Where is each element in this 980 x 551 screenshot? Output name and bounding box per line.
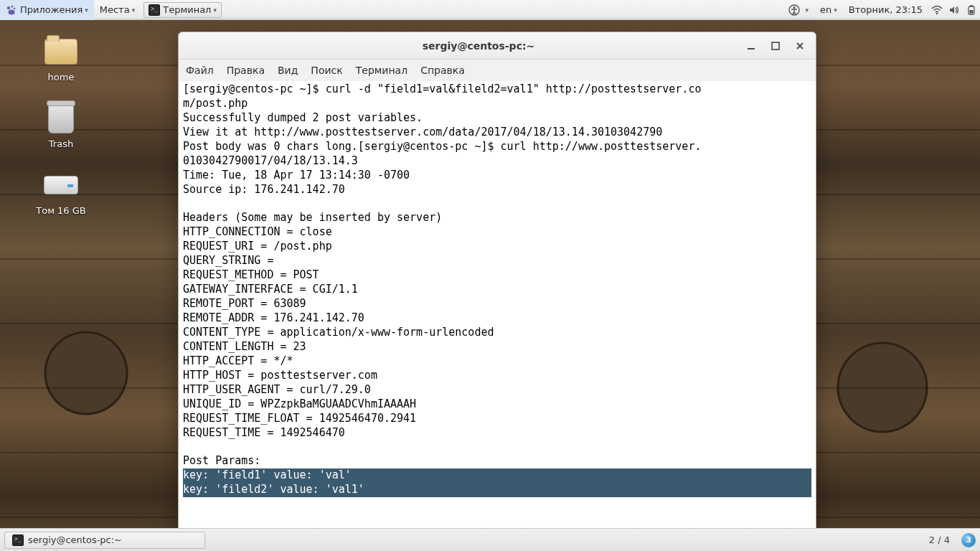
menu-help[interactable]: Справка — [420, 65, 465, 76]
workspace-badge[interactable]: 3 — [961, 533, 976, 547]
panel-window-button-terminal[interactable]: Терминал ▾ — [143, 2, 222, 18]
caret-down-icon: ▾ — [213, 6, 217, 14]
datetime-label: Вторник, 23:15 — [849, 4, 923, 15]
folder-icon — [44, 34, 78, 69]
battery-indicator[interactable] — [963, 0, 980, 20]
caret-down-icon: ▾ — [85, 6, 88, 14]
menu-search[interactable]: Поиск — [311, 65, 342, 76]
caret-down-icon: ▾ — [834, 6, 837, 14]
gnome-foot-icon — [6, 4, 17, 16]
taskbar-app-terminal[interactable]: sergiy@centos-pc:~ — [4, 532, 205, 549]
applications-menu[interactable]: Приложения ▾ — [0, 0, 94, 20]
accessibility-menu[interactable]: ▾ — [783, 0, 814, 20]
terminal-window: sergiy@centos-pc:~ Файл Правка Вид Поиск… — [178, 32, 816, 534]
accessibility-icon — [788, 4, 800, 16]
window-title: sergiy@centos-pc:~ — [222, 40, 735, 52]
close-button[interactable] — [794, 40, 806, 52]
top-panel: Приложения ▾ Места ▾ Терминал ▾ ▾ en ▾ В… — [0, 0, 980, 20]
menu-edit[interactable]: Правка — [227, 65, 265, 76]
workspace-indicator[interactable]: 2 / 4 — [929, 534, 950, 545]
svg-point-1 — [11, 5, 14, 7]
lang-label: en — [820, 4, 831, 15]
desktop-icon-trash[interactable]: Trash — [22, 101, 100, 149]
icon-label: Том 16 GB — [36, 205, 86, 216]
svg-point-3 — [9, 9, 15, 14]
svg-rect-8 — [970, 5, 973, 6]
svg-point-0 — [7, 6, 10, 9]
terminal-icon — [149, 4, 160, 16]
taskbar-app-label: sergiy@centos-pc:~ — [28, 534, 122, 545]
terminal-icon — [12, 534, 24, 546]
places-menu[interactable]: Места ▾ — [94, 0, 141, 20]
keyboard-layout[interactable]: en ▾ — [814, 0, 843, 20]
trash-icon — [44, 101, 78, 136]
svg-rect-11 — [772, 42, 779, 50]
bottom-panel: sergiy@centos-pc:~ 2 / 4 3 — [0, 528, 980, 551]
network-indicator[interactable] — [928, 0, 946, 20]
applications-label: Приложения — [20, 4, 83, 15]
menu-file[interactable]: Файл — [186, 65, 214, 76]
desktop-icon-volume[interactable]: Том 16 GB — [22, 168, 100, 216]
menu-terminal[interactable]: Терминал — [356, 65, 407, 76]
desktop-icon-home[interactable]: home — [22, 34, 100, 83]
drive-icon — [44, 168, 78, 202]
svg-point-5 — [793, 6, 796, 9]
terminal-output[interactable]: [sergiy@centos-pc ~]$ curl -d "field1=va… — [179, 81, 816, 533]
panel-window-label: Терминал — [163, 4, 211, 15]
volume-indicator[interactable] — [946, 0, 963, 20]
clock[interactable]: Вторник, 23:15 — [843, 0, 928, 20]
window-titlebar[interactable]: sergiy@centos-pc:~ — [179, 32, 816, 60]
svg-rect-10 — [748, 48, 755, 50]
caret-down-icon: ▾ — [805, 6, 809, 14]
svg-point-2 — [14, 7, 16, 9]
minimize-button[interactable] — [745, 40, 757, 52]
svg-rect-9 — [970, 10, 974, 14]
desktop-icon-area: home Trash Том 16 GB — [22, 34, 100, 235]
svg-point-6 — [936, 12, 938, 14]
window-menubar: Файл Правка Вид Поиск Терминал Справка — [179, 60, 816, 81]
menu-view[interactable]: Вид — [278, 65, 298, 76]
icon-label: home — [48, 72, 75, 83]
places-label: Места — [100, 4, 130, 15]
caret-down-icon: ▾ — [132, 6, 136, 14]
maximize-button[interactable] — [770, 40, 781, 52]
icon-label: Trash — [49, 138, 73, 149]
